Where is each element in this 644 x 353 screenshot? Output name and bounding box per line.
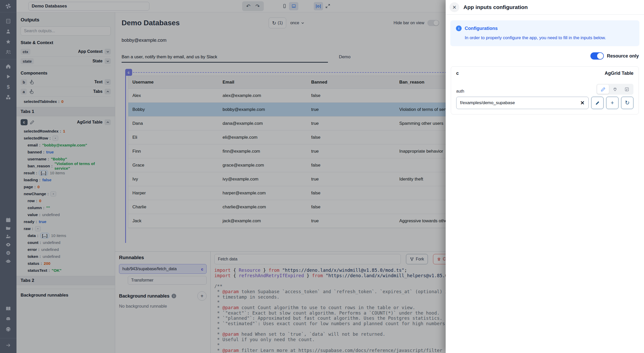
card-component-type: AgGrid Table: [605, 71, 633, 76]
drawer-title: App inputs configuration: [463, 4, 528, 10]
drawer-overlay[interactable]: [0, 0, 446, 353]
pencil-icon: [595, 101, 600, 105]
refresh-resource-button[interactable]: ↻: [621, 97, 633, 109]
add-resource-button[interactable]: +: [606, 97, 618, 109]
resource-only-label: Resource only: [607, 53, 639, 59]
windmill-app-editor: $ ⚙ ↶ ↷ |o|: [0, 0, 644, 353]
field-label-auth: auth: [456, 89, 464, 95]
component-input-card: c AgGrid Table auth ✕ + ↻: [451, 66, 639, 114]
info-title: Configurations: [465, 26, 498, 31]
card-component-id: c: [456, 71, 459, 76]
configurations-info-box: i Configurations In order to properly co…: [450, 20, 639, 46]
clear-resource-icon[interactable]: ✕: [579, 100, 586, 106]
close-drawer-button[interactable]: ✕: [450, 2, 459, 12]
close-icon: ✕: [452, 4, 456, 10]
input-mode-segmented-control: [596, 84, 633, 95]
info-body: In order to properly configure the app, …: [465, 35, 634, 40]
connect-mode-plug-icon[interactable]: [609, 85, 621, 94]
resource-path-input[interactable]: [456, 97, 589, 109]
info-icon: i: [456, 26, 462, 31]
static-mode-pencil-icon[interactable]: [597, 85, 609, 94]
refresh-icon: ↻: [625, 100, 630, 106]
edit-resource-button[interactable]: [591, 97, 604, 109]
eval-mode-function-icon[interactable]: [621, 85, 633, 94]
app-inputs-drawer: ✕ App inputs configuration i Configurati…: [446, 0, 644, 353]
resource-only-toggle[interactable]: [590, 52, 604, 60]
